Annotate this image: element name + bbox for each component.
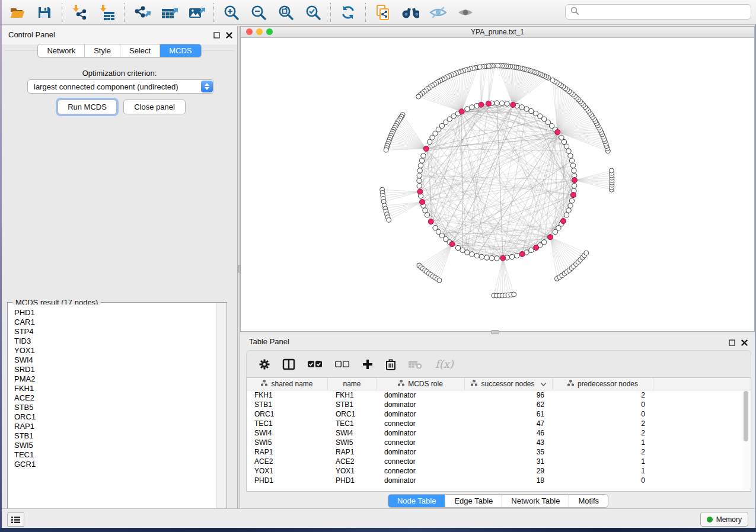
import-network-icon[interactable]: [71, 4, 88, 21]
zoom-out-icon[interactable]: [250, 4, 267, 21]
close-panel-button[interactable]: Close panel: [123, 100, 186, 114]
mcds-result-item[interactable]: GCR1: [8, 460, 216, 469]
splitter-handle[interactable]: [238, 265, 241, 273]
column-header-shared-name[interactable]: shared name: [247, 378, 328, 390]
vertical-splitter[interactable]: [237, 26, 240, 508]
delete-column-icon[interactable]: [385, 358, 396, 370]
zoom-selected-icon[interactable]: [304, 4, 322, 21]
column-header-predecessor-nodes[interactable]: predecessor nodes: [553, 378, 653, 390]
search-field[interactable]: [565, 4, 751, 20]
tab-select[interactable]: Select: [120, 44, 160, 57]
zoom-fit-icon[interactable]: [277, 4, 295, 21]
mcds-result-item[interactable]: PHD1: [8, 308, 216, 318]
cell-predecessor_nodes: 2: [553, 448, 653, 456]
cell-name: TEC1: [328, 419, 377, 428]
export-table-icon[interactable]: [160, 4, 178, 21]
table-row[interactable]: SWI4SWI4dominator462: [247, 428, 741, 438]
mcds-result-item[interactable]: STB5: [8, 403, 216, 412]
table-row[interactable]: ACE2ACE2connector311: [247, 457, 741, 466]
tab-edge-table[interactable]: Edge Table: [445, 495, 502, 507]
network-titlebar[interactable]: YPA_prune.txt_1: [241, 27, 754, 38]
table-settings-icon[interactable]: [259, 358, 270, 370]
open-file-icon[interactable]: [8, 4, 26, 21]
mcds-result-item[interactable]: TEC1: [8, 450, 216, 460]
hide-unselected-icon[interactable]: [429, 4, 446, 21]
mcds-result-item[interactable]: CAR1: [8, 318, 216, 327]
control-panel-title: Control Panel: [8, 30, 55, 39]
column-header-MCDS-role[interactable]: MCDS role: [377, 378, 465, 390]
zoom-in-icon[interactable]: [222, 4, 240, 21]
memory-button[interactable]: Memory: [700, 512, 748, 527]
float-table-panel-icon[interactable]: [729, 338, 735, 348]
select-all-icon[interactable]: [307, 360, 323, 368]
mcds-result-item[interactable]: SWI5: [8, 441, 216, 450]
mcds-result-item[interactable]: ORC1: [8, 412, 216, 422]
column-header-filler: [653, 378, 751, 390]
search-input[interactable]: [582, 7, 746, 17]
tab-network[interactable]: Network: [38, 44, 84, 57]
mcds-result-scrollbar[interactable]: [216, 303, 226, 521]
mcds-result-item[interactable]: STB1: [8, 431, 216, 441]
mcds-result-item[interactable]: FKH1: [8, 384, 216, 393]
mcds-result-item[interactable]: YOX1: [8, 346, 216, 355]
panel-list-button[interactable]: [7, 512, 24, 527]
table-scrollbar[interactable]: [742, 391, 749, 489]
cell-name: RAP1: [328, 448, 377, 456]
table-row[interactable]: TEC1TEC1connector472: [247, 419, 741, 428]
horizontal-splitter-handle[interactable]: [491, 330, 499, 334]
cell-mcds_role: dominator: [377, 391, 465, 399]
float-panel-icon[interactable]: [213, 30, 220, 41]
tab-mcds[interactable]: MCDS: [160, 44, 200, 57]
cell-shared_name: PHD1: [247, 476, 328, 485]
cell-successor_nodes: 29: [465, 467, 553, 475]
network-title: YPA_prune.txt_1: [241, 28, 754, 36]
save-session-icon[interactable]: [36, 4, 53, 21]
network-graph[interactable]: [241, 27, 754, 321]
cell-shared_name: STB1: [247, 400, 328, 409]
tab-motifs[interactable]: Motifs: [569, 495, 608, 507]
column-label: MCDS role: [408, 380, 443, 388]
mcds-result-item[interactable]: SWI4: [8, 355, 216, 365]
memory-label: Memory: [716, 515, 742, 524]
table-row[interactable]: YOX1YOX1connector291: [247, 466, 741, 476]
export-network-icon[interactable]: [133, 4, 151, 21]
column-header-name[interactable]: name: [328, 378, 377, 390]
close-panel-icon[interactable]: [226, 30, 232, 41]
table-panel: Table Panel f(x) shared namenameMCDS rol…: [240, 335, 756, 508]
cell-shared_name: ACE2: [247, 457, 328, 466]
mcds-result-item[interactable]: RAP1: [8, 422, 216, 431]
mcds-result-item[interactable]: SRD1: [8, 365, 216, 374]
optimization-dropdown[interactable]: largest connected component (undirected): [27, 79, 214, 94]
cell-successor_nodes: 31: [465, 457, 553, 466]
search-binoculars-icon[interactable]: [401, 4, 419, 21]
dropdown-stepper-icon[interactable]: [201, 81, 213, 92]
mcds-result-item[interactable]: ACE2: [8, 393, 216, 403]
show-all-icon[interactable]: [456, 4, 474, 21]
table-row[interactable]: RAP1RAP1dominator352: [247, 447, 741, 457]
deselect-all-icon[interactable]: [334, 360, 350, 368]
import-table-icon[interactable]: [98, 4, 116, 21]
table-scrollbar-thumb[interactable]: [744, 391, 748, 441]
table-row[interactable]: FKH1FKH1dominator962: [247, 390, 741, 400]
cell-name: YOX1: [328, 467, 377, 475]
duplicate-network-icon[interactable]: [374, 4, 392, 21]
column-label: successor nodes: [481, 380, 534, 388]
run-mcds-button[interactable]: Run MCDS: [58, 100, 117, 114]
mcds-result-item[interactable]: PMA2: [8, 374, 216, 384]
refresh-view-icon[interactable]: [339, 4, 357, 21]
tab-network-table[interactable]: Network Table: [502, 495, 569, 507]
mcds-result-item[interactable]: TID3: [8, 336, 216, 346]
tab-node-table[interactable]: Node Table: [388, 495, 445, 507]
table-row[interactable]: ORC1ORC1dominator610: [247, 409, 741, 419]
table-row[interactable]: PHD1PHD1dominator180: [247, 476, 741, 485]
column-header-successor-nodes[interactable]: successor nodes: [465, 378, 553, 390]
export-image-icon[interactable]: [187, 4, 205, 21]
tab-style[interactable]: Style: [84, 44, 120, 57]
close-table-panel-icon[interactable]: [741, 338, 748, 348]
add-column-icon[interactable]: [362, 358, 374, 370]
mcds-result-item[interactable]: STP4: [8, 327, 216, 336]
mcds-result-list[interactable]: PHD1CAR1STP4TID3YOX1SWI4SRD1PMA2FKH1ACE2…: [8, 305, 216, 521]
table-row[interactable]: SWI5SWI5connector431: [247, 438, 741, 447]
show-columns-icon[interactable]: [282, 358, 295, 370]
table-row[interactable]: STB1STB1dominator620: [247, 400, 741, 409]
